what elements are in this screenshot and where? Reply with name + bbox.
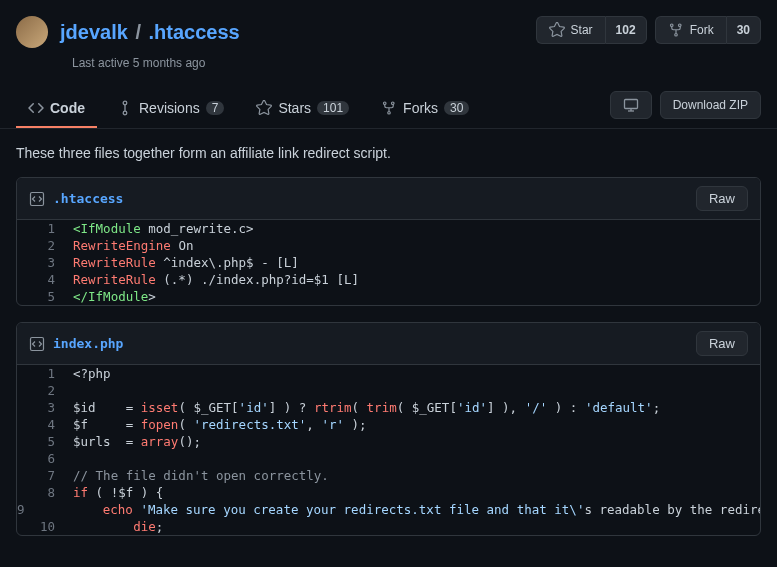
line-number: 3 (17, 254, 65, 271)
code-line: 5$urls = array(); (17, 433, 760, 450)
code-block-index: 1<?php23$id = isset( $_GET['id'] ) ? rtr… (17, 365, 760, 535)
fork-icon (381, 100, 397, 116)
code-line: 5</IfModule> (17, 288, 760, 305)
file-name-index[interactable]: index.php (29, 336, 123, 352)
line-content: echo 'Make sure you create your redirect… (35, 501, 761, 518)
fork-icon (668, 22, 684, 38)
code-line: 3RewriteRule ^index\.php$ - [L] (17, 254, 760, 271)
line-content (65, 382, 73, 399)
line-number: 5 (17, 288, 65, 305)
code-line: 1<?php (17, 365, 760, 382)
avatar[interactable] (16, 16, 48, 48)
line-content: $urls = array(); (65, 433, 201, 450)
stars-badge: 101 (317, 101, 349, 115)
line-content: RewriteEngine On (65, 237, 193, 254)
fork-button[interactable]: Fork (655, 16, 726, 44)
desktop-button[interactable] (610, 91, 652, 119)
line-content (65, 450, 73, 467)
repo-link[interactable]: .htaccess (149, 21, 240, 43)
fork-count[interactable]: 30 (726, 16, 761, 44)
title-separator: / (135, 21, 141, 43)
line-content: $id = isset( $_GET['id'] ) ? rtrim( trim… (65, 399, 660, 416)
line-content: RewriteRule ^index\.php$ - [L] (65, 254, 299, 271)
line-number: 4 (17, 416, 65, 433)
raw-button[interactable]: Raw (696, 331, 748, 356)
line-number: 6 (17, 450, 65, 467)
gist-description: These three files together form an affil… (0, 129, 777, 177)
forks-badge: 30 (444, 101, 469, 115)
line-number: 2 (17, 237, 65, 254)
star-icon (549, 22, 565, 38)
file-htaccess: .htaccess Raw 1<IfModule mod_rewrite.c>2… (16, 177, 761, 306)
code-line: 9 echo 'Make sure you create your redire… (17, 501, 760, 518)
tab-stars[interactable]: Stars 101 (244, 90, 361, 128)
revisions-badge: 7 (206, 101, 225, 115)
line-number: 1 (17, 220, 65, 237)
line-content: // The file didn't open correctly. (65, 467, 329, 484)
code-line: 1<IfModule mod_rewrite.c> (17, 220, 760, 237)
star-icon (256, 100, 272, 116)
star-label: Star (571, 23, 593, 37)
star-button-group: Star 102 (536, 16, 647, 44)
line-number: 1 (17, 365, 65, 382)
tab-forks[interactable]: Forks 30 (369, 90, 481, 128)
code-line: 4RewriteRule (.*) ./index.php?id=$1 [L] (17, 271, 760, 288)
svg-point-0 (123, 101, 127, 105)
download-zip-button[interactable]: Download ZIP (660, 91, 761, 119)
line-content: $f = fopen( 'redirects.txt', 'r' ); (65, 416, 367, 433)
last-active: Last active 5 months ago (72, 56, 240, 70)
code-square-icon (29, 336, 45, 352)
star-button[interactable]: Star (536, 16, 605, 44)
line-number: 10 (17, 518, 65, 535)
code-line: 2RewriteEngine On (17, 237, 760, 254)
code-line: 6 (17, 450, 760, 467)
code-line: 3$id = isset( $_GET['id'] ) ? rtrim( tri… (17, 399, 760, 416)
desktop-icon (623, 97, 639, 113)
line-content: die; (65, 518, 163, 535)
line-content: RewriteRule (.*) ./index.php?id=$1 [L] (65, 271, 359, 288)
raw-button[interactable]: Raw (696, 186, 748, 211)
code-line: 7// The file didn't open correctly. (17, 467, 760, 484)
code-line: 10 die; (17, 518, 760, 535)
line-content: </IfModule> (65, 288, 156, 305)
line-content: <?php (65, 365, 111, 382)
line-number: 7 (17, 467, 65, 484)
fork-label: Fork (690, 23, 714, 37)
code-line: 8if ( !$f ) { (17, 484, 760, 501)
line-number: 9 (17, 501, 35, 518)
svg-point-1 (123, 111, 127, 115)
line-number: 4 (17, 271, 65, 288)
tab-revisions[interactable]: Revisions 7 (105, 90, 236, 128)
code-square-icon (29, 191, 45, 207)
line-number: 2 (17, 382, 65, 399)
fork-button-group: Fork 30 (655, 16, 761, 44)
page-title: jdevalk / .htaccess (60, 21, 240, 44)
line-number: 3 (17, 399, 65, 416)
code-line: 2 (17, 382, 760, 399)
svg-rect-3 (624, 100, 637, 109)
line-number: 5 (17, 433, 65, 450)
tab-code[interactable]: Code (16, 90, 97, 128)
code-icon (28, 100, 44, 116)
file-index-php: index.php Raw 1<?php23$id = isset( $_GET… (16, 322, 761, 536)
owner-link[interactable]: jdevalk (60, 21, 128, 43)
code-line: 4$f = fopen( 'redirects.txt', 'r' ); (17, 416, 760, 433)
line-number: 8 (17, 484, 65, 501)
revisions-icon (117, 100, 133, 116)
star-count[interactable]: 102 (605, 16, 647, 44)
code-block-htaccess: 1<IfModule mod_rewrite.c>2RewriteEngine … (17, 220, 760, 305)
line-content: if ( !$f ) { (65, 484, 163, 501)
file-name-htaccess[interactable]: .htaccess (29, 191, 123, 207)
line-content: <IfModule mod_rewrite.c> (65, 220, 254, 237)
